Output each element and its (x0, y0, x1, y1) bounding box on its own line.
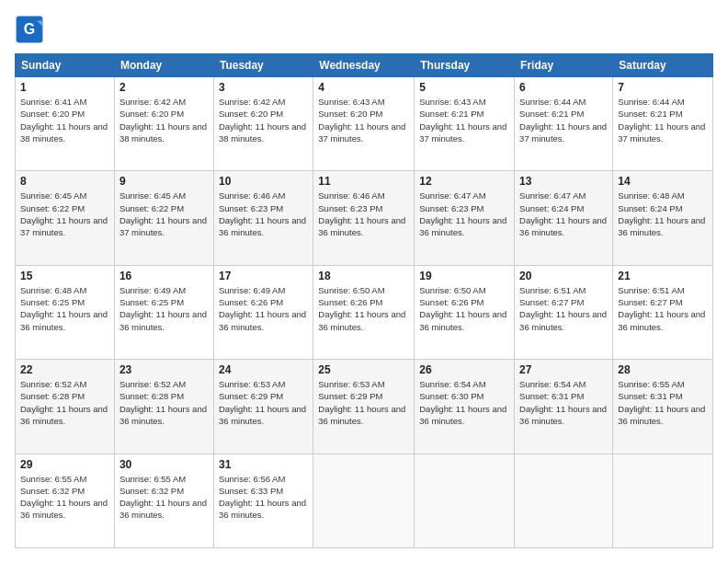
day-detail: Sunrise: 6:53 AM Sunset: 6:29 PM Dayligh… (318, 378, 409, 427)
calendar-cell: 12 Sunrise: 6:47 AM Sunset: 6:23 PM Dayl… (415, 171, 515, 265)
calendar-cell: 14 Sunrise: 6:48 AM Sunset: 6:24 PM Dayl… (613, 171, 713, 265)
day-detail: Sunrise: 6:49 AM Sunset: 6:26 PM Dayligh… (219, 284, 308, 333)
day-detail: Sunrise: 6:54 AM Sunset: 6:30 PM Dayligh… (419, 378, 509, 427)
calendar-cell (313, 454, 415, 547)
calendar-cell: 24 Sunrise: 6:53 AM Sunset: 6:29 PM Dayl… (213, 360, 313, 454)
calendar-week-4: 22 Sunrise: 6:52 AM Sunset: 6:28 PM Dayl… (16, 360, 713, 454)
day-detail: Sunrise: 6:43 AM Sunset: 6:20 PM Dayligh… (318, 96, 409, 144)
day-detail: Sunrise: 6:45 AM Sunset: 6:22 PM Dayligh… (119, 190, 209, 238)
day-detail: Sunrise: 6:46 AM Sunset: 6:23 PM Dayligh… (318, 190, 409, 238)
calendar-cell: 21 Sunrise: 6:51 AM Sunset: 6:27 PM Dayl… (613, 265, 713, 359)
calendar-cell: 6 Sunrise: 6:44 AM Sunset: 6:21 PM Dayli… (515, 77, 613, 171)
logo-icon: G (15, 15, 44, 44)
day-number: 31 (219, 458, 308, 471)
calendar-cell: 1 Sunrise: 6:41 AM Sunset: 6:20 PM Dayli… (16, 77, 115, 171)
day-detail: Sunrise: 6:55 AM Sunset: 6:31 PM Dayligh… (618, 378, 708, 427)
calendar-cell: 5 Sunrise: 6:43 AM Sunset: 6:21 PM Dayli… (415, 77, 515, 171)
calendar-cell: 20 Sunrise: 6:51 AM Sunset: 6:27 PM Dayl… (515, 265, 613, 359)
calendar-cell: 16 Sunrise: 6:49 AM Sunset: 6:25 PM Dayl… (114, 265, 213, 359)
day-detail: Sunrise: 6:52 AM Sunset: 6:28 PM Dayligh… (119, 378, 209, 427)
calendar-cell: 15 Sunrise: 6:48 AM Sunset: 6:25 PM Dayl… (16, 265, 115, 359)
day-number: 13 (519, 175, 608, 188)
day-number: 9 (119, 175, 209, 188)
day-number: 24 (219, 363, 308, 376)
calendar-cell: 29 Sunrise: 6:55 AM Sunset: 6:32 PM Dayl… (16, 454, 115, 547)
calendar-table: SundayMondayTuesdayWednesdayThursdayFrid… (15, 53, 713, 548)
day-number: 26 (419, 363, 509, 376)
day-detail: Sunrise: 6:49 AM Sunset: 6:25 PM Dayligh… (119, 284, 209, 333)
day-number: 11 (318, 175, 409, 188)
day-number: 4 (318, 81, 409, 94)
calendar-cell: 28 Sunrise: 6:55 AM Sunset: 6:31 PM Dayl… (613, 360, 713, 454)
day-number: 10 (219, 175, 308, 188)
day-number: 21 (618, 270, 708, 282)
day-number: 22 (20, 363, 109, 376)
calendar-cell: 8 Sunrise: 6:45 AM Sunset: 6:22 PM Dayli… (16, 171, 115, 265)
day-number: 6 (519, 81, 608, 94)
day-number: 30 (119, 458, 209, 471)
calendar-cell (613, 454, 713, 547)
calendar-cell (515, 454, 613, 547)
day-detail: Sunrise: 6:56 AM Sunset: 6:33 PM Dayligh… (219, 473, 308, 522)
day-detail: Sunrise: 6:51 AM Sunset: 6:27 PM Dayligh… (519, 284, 608, 333)
calendar-cell: 2 Sunrise: 6:42 AM Sunset: 6:20 PM Dayli… (114, 77, 213, 171)
day-number: 20 (519, 270, 608, 282)
day-number: 1 (20, 81, 109, 94)
calendar-cell: 13 Sunrise: 6:47 AM Sunset: 6:24 PM Dayl… (515, 171, 613, 265)
day-detail: Sunrise: 6:54 AM Sunset: 6:31 PM Dayligh… (519, 378, 608, 427)
calendar-cell (415, 454, 515, 547)
calendar-cell: 25 Sunrise: 6:53 AM Sunset: 6:29 PM Dayl… (313, 360, 415, 454)
weekday-header-thursday: Thursday (415, 54, 515, 77)
day-number: 23 (119, 363, 209, 376)
calendar-cell: 10 Sunrise: 6:46 AM Sunset: 6:23 PM Dayl… (213, 171, 313, 265)
svg-text:G: G (24, 21, 35, 37)
day-detail: Sunrise: 6:55 AM Sunset: 6:32 PM Dayligh… (20, 473, 109, 522)
day-detail: Sunrise: 6:55 AM Sunset: 6:32 PM Dayligh… (119, 473, 209, 522)
calendar-cell: 3 Sunrise: 6:42 AM Sunset: 6:20 PM Dayli… (213, 77, 313, 171)
day-detail: Sunrise: 6:45 AM Sunset: 6:22 PM Dayligh… (20, 190, 109, 238)
day-number: 28 (618, 363, 708, 376)
day-number: 12 (419, 175, 509, 188)
weekday-header-friday: Friday (515, 54, 613, 77)
day-number: 7 (618, 81, 708, 94)
day-detail: Sunrise: 6:42 AM Sunset: 6:20 PM Dayligh… (119, 96, 209, 144)
logo: G (15, 15, 48, 44)
calendar-week-2: 8 Sunrise: 6:45 AM Sunset: 6:22 PM Dayli… (16, 171, 713, 265)
day-number: 18 (318, 270, 409, 282)
day-number: 17 (219, 270, 308, 282)
weekday-header-tuesday: Tuesday (213, 54, 313, 77)
weekday-header-saturday: Saturday (613, 54, 713, 77)
day-number: 3 (219, 81, 308, 94)
header: G (15, 15, 713, 44)
calendar-header-row: SundayMondayTuesdayWednesdayThursdayFrid… (16, 54, 713, 77)
day-detail: Sunrise: 6:48 AM Sunset: 6:24 PM Dayligh… (618, 190, 708, 238)
day-detail: Sunrise: 6:51 AM Sunset: 6:27 PM Dayligh… (618, 284, 708, 333)
day-number: 8 (20, 175, 109, 188)
day-detail: Sunrise: 6:50 AM Sunset: 6:26 PM Dayligh… (318, 284, 409, 333)
calendar-week-3: 15 Sunrise: 6:48 AM Sunset: 6:25 PM Dayl… (16, 265, 713, 359)
day-number: 2 (119, 81, 209, 94)
day-number: 29 (20, 458, 109, 471)
day-number: 15 (20, 270, 109, 282)
day-detail: Sunrise: 6:44 AM Sunset: 6:21 PM Dayligh… (519, 96, 608, 144)
calendar-cell: 31 Sunrise: 6:56 AM Sunset: 6:33 PM Dayl… (213, 454, 313, 547)
day-detail: Sunrise: 6:46 AM Sunset: 6:23 PM Dayligh… (219, 190, 308, 238)
day-number: 19 (419, 270, 509, 282)
day-detail: Sunrise: 6:53 AM Sunset: 6:29 PM Dayligh… (219, 378, 308, 427)
day-detail: Sunrise: 6:50 AM Sunset: 6:26 PM Dayligh… (419, 284, 509, 333)
day-detail: Sunrise: 6:52 AM Sunset: 6:28 PM Dayligh… (20, 378, 109, 427)
day-detail: Sunrise: 6:42 AM Sunset: 6:20 PM Dayligh… (219, 96, 308, 144)
day-number: 25 (318, 363, 409, 376)
calendar-cell: 27 Sunrise: 6:54 AM Sunset: 6:31 PM Dayl… (515, 360, 613, 454)
calendar-cell: 23 Sunrise: 6:52 AM Sunset: 6:28 PM Dayl… (114, 360, 213, 454)
day-detail: Sunrise: 6:48 AM Sunset: 6:25 PM Dayligh… (20, 284, 109, 333)
weekday-header-sunday: Sunday (16, 54, 115, 77)
calendar-cell: 17 Sunrise: 6:49 AM Sunset: 6:26 PM Dayl… (213, 265, 313, 359)
day-detail: Sunrise: 6:47 AM Sunset: 6:24 PM Dayligh… (519, 190, 608, 238)
calendar-cell: 22 Sunrise: 6:52 AM Sunset: 6:28 PM Dayl… (16, 360, 115, 454)
calendar-cell: 18 Sunrise: 6:50 AM Sunset: 6:26 PM Dayl… (313, 265, 415, 359)
page: G SundayMondayTuesdayWednesdayThursdayFr… (0, 0, 728, 563)
day-number: 5 (419, 81, 509, 94)
calendar-cell: 19 Sunrise: 6:50 AM Sunset: 6:26 PM Dayl… (415, 265, 515, 359)
calendar-cell: 30 Sunrise: 6:55 AM Sunset: 6:32 PM Dayl… (114, 454, 213, 547)
